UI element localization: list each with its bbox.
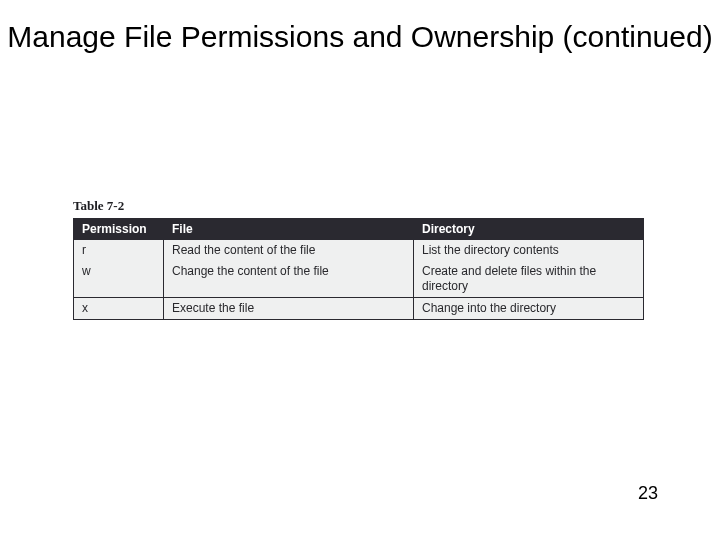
header-directory: Directory (414, 219, 644, 240)
cell-permission: r (74, 240, 164, 262)
cell-file: Read the content of the file (164, 240, 414, 262)
page-number: 23 (638, 483, 658, 504)
permissions-table-wrap: Table 7-2 Permission File Directory r Re… (73, 198, 643, 320)
cell-directory: Change into the directory (414, 298, 644, 320)
cell-permission: w (74, 261, 164, 298)
header-permission: Permission (74, 219, 164, 240)
permissions-table: Permission File Directory r Read the con… (73, 218, 644, 320)
table-label: Table 7-2 (73, 198, 643, 214)
table-row: x Execute the file Change into the direc… (74, 298, 644, 320)
cell-directory: Create and delete files within the direc… (414, 261, 644, 298)
slide-title: Manage File Permissions and Ownership (c… (0, 18, 720, 56)
table-row: r Read the content of the file List the … (74, 240, 644, 262)
header-file: File (164, 219, 414, 240)
cell-directory: List the directory contents (414, 240, 644, 262)
table-row: w Change the content of the file Create … (74, 261, 644, 298)
cell-file: Change the content of the file (164, 261, 414, 298)
cell-file: Execute the file (164, 298, 414, 320)
table-header-row: Permission File Directory (74, 219, 644, 240)
cell-permission: x (74, 298, 164, 320)
